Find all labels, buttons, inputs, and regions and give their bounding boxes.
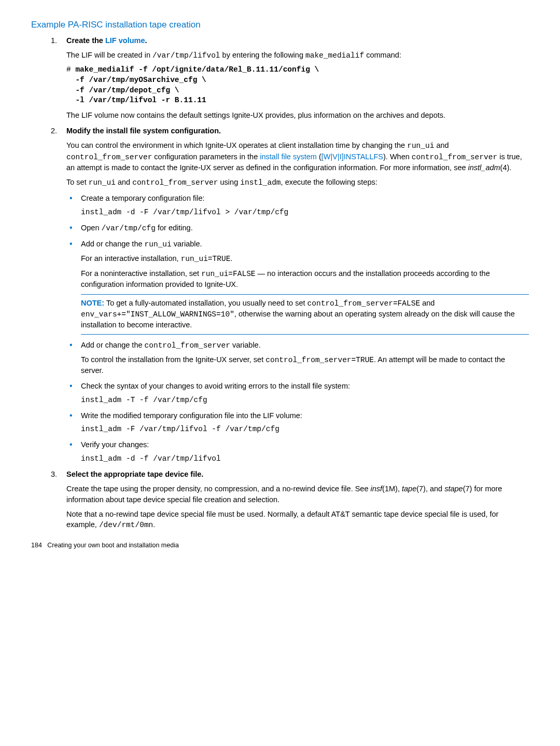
page-number: 184	[31, 542, 42, 549]
text: You can control the environment in which…	[66, 141, 407, 149]
text: .	[153, 520, 155, 529]
step-2-bullets: Create a temporary configuration file: i…	[66, 193, 529, 464]
code-inline: run_ui	[407, 142, 434, 150]
manpage-name: stape	[444, 485, 463, 493]
step-3-p1: Create the tape using the proper density…	[66, 483, 529, 505]
bullet-check-syntax: Check the syntax of your changes to avoi…	[66, 381, 529, 405]
text: Create the	[66, 36, 105, 45]
text: .	[230, 254, 232, 263]
text: variable.	[172, 240, 202, 248]
code-inline: run_ui	[145, 240, 172, 248]
manpage-name: insf	[371, 485, 383, 493]
text: and	[420, 299, 435, 307]
text: (7), and	[416, 485, 444, 493]
step-3-title: Select the appropriate tape device file.	[66, 469, 529, 479]
code-inline: /dev/rmt/0mn	[99, 521, 153, 529]
note-rule-top	[81, 294, 529, 295]
code-line: instl_adm -F /var/tmp/lifvol -f /var/tmp…	[81, 424, 529, 434]
install-fs-link[interactable]: install file system	[260, 153, 317, 161]
manpage-name: instl_adm	[468, 163, 500, 172]
code-inline: control_from_server	[145, 341, 230, 350]
code-inline: control_from_server	[412, 153, 497, 161]
page-footer: 184 Creating your own boot and installat…	[31, 541, 529, 550]
step-2-p1: You can control the environment in which…	[66, 140, 529, 173]
text: To get a fully-automated installation, y…	[104, 299, 307, 307]
bullet-run-ui: Add or change the run_ui variable. For a…	[66, 239, 529, 335]
step-1: Create the LIF volume. The LIF will be c…	[59, 35, 529, 120]
step-2-p2: To set run_ui and control_from_server us…	[66, 177, 529, 188]
code-line: instl_adm -d -f /var/tmp/lifvol	[81, 453, 529, 464]
text: ). When	[383, 153, 412, 161]
text: .	[145, 36, 147, 45]
note-label: NOTE:	[81, 299, 104, 307]
code-inline: control_from_server	[132, 178, 218, 187]
bullet-verify: Verify your changes: instl_adm -d -f /va…	[66, 439, 529, 464]
installfs-glossary-link[interactable]: [W|V|I]INSTALLFS	[321, 153, 383, 161]
text: Write the modified temporary configurati…	[81, 410, 529, 421]
step-2-title: Modify the install file system configura…	[66, 126, 529, 136]
text: For an interactive installation,	[81, 254, 181, 263]
code-inline: control_from_server=FALSE	[307, 299, 421, 308]
code-inline: instl_adm	[240, 178, 281, 187]
code-inline: run_ui	[89, 178, 116, 187]
text: variable.	[230, 341, 261, 349]
code-inline: control_from_server	[66, 153, 152, 161]
code-inline: run_ui=FALSE	[201, 270, 255, 278]
code-inline: /var/tmp/cfg	[102, 224, 156, 232]
code-inline: /var/tmp/lifvol	[152, 51, 220, 60]
step-3-p2: Note that a no-rewind tape device specia…	[66, 509, 529, 531]
text: using	[218, 178, 241, 186]
text: The LIF will be created in	[66, 51, 152, 59]
text: Check the syntax of your changes to avoi…	[81, 381, 529, 391]
lif-volume-link[interactable]: LIF volume	[105, 36, 145, 45]
text: To set	[66, 178, 89, 186]
step-1-p1: The LIF will be created in /var/tmp/lifv…	[66, 50, 529, 61]
step-3: Select the appropriate tape device file.…	[59, 469, 529, 530]
text: Create a temporary configuration file:	[81, 193, 529, 203]
code-inline: make_medialif	[305, 51, 364, 60]
text: and	[116, 178, 132, 186]
text: Verify your changes:	[81, 439, 529, 450]
text: by entering the following	[220, 51, 305, 59]
step-2: Modify the install file system configura…	[59, 126, 529, 464]
text: Create the tape using the proper density…	[66, 485, 371, 493]
step-1-p2: The LIF volume now contains the default …	[66, 110, 529, 120]
manpage-name: tape	[402, 485, 416, 493]
section-heading: Example PA-RISC installation tape creati…	[31, 19, 529, 31]
note-block: NOTE: To get a fully-automated installat…	[81, 298, 529, 330]
code-inline: run_ui=TRUE	[181, 255, 231, 263]
text: Add or change the	[81, 240, 145, 248]
code-inline: control_from_server=TRUE	[265, 356, 374, 364]
step-1-code: # make_medialif -f /opt/ignite/data/Rel_…	[66, 65, 529, 105]
code-line: instl_adm -T -f /var/tmp/cfg	[81, 395, 529, 405]
step-1-title: Create the LIF volume.	[66, 35, 529, 46]
text: (	[317, 153, 321, 161]
text: command:	[364, 51, 401, 59]
text: Add or change the	[81, 341, 145, 349]
note-rule-bottom	[81, 334, 529, 335]
bullet-open-cfg: Open /var/tmp/cfg for editing.	[66, 223, 529, 233]
bullet-write-config: Write the modified temporary configurati…	[66, 410, 529, 435]
text: Open	[81, 224, 102, 232]
text: For a noninteractive installation, set	[81, 269, 201, 278]
footer-text: Creating your own boot and installation …	[47, 542, 179, 549]
text: (4).	[500, 163, 512, 172]
code-line: instl_adm -d -F /var/tmp/lifvol > /var/t…	[81, 207, 529, 217]
bullet-create-tmp: Create a temporary configuration file: i…	[66, 193, 529, 217]
text: configuration parameters in the	[152, 153, 260, 161]
code-inline: env_vars+="INST_ALLOW_WARNINGS=10"	[81, 310, 234, 319]
text: To control the installation from the Ign…	[81, 355, 265, 364]
text: (1M),	[382, 485, 402, 493]
text: , execute the following steps:	[281, 178, 377, 186]
steps-list: Create the LIF volume. The LIF will be c…	[31, 35, 529, 531]
text: and	[434, 141, 449, 149]
bullet-control-from-server: Add or change the control_from_server va…	[66, 340, 529, 376]
text: for editing.	[156, 224, 193, 232]
